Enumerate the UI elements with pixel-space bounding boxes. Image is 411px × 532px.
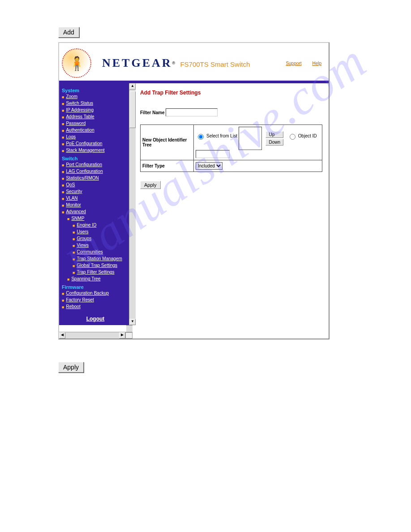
sidebar-item-label: Authentication [66,128,94,133]
bullet-icon: ■ [62,176,64,182]
sidebar-item-poe-configuration[interactable]: ■PoE Configuration [62,141,129,147]
bullet-icon: ■ [73,263,75,269]
top-links: Support Help [286,61,324,66]
sidebar-item-port-configuration[interactable]: ■Port Configuration [62,162,129,168]
page-title: Add Trap Filter Settings [140,90,322,96]
sidebar-item-vlan[interactable]: ■VLAN [62,196,129,202]
bullet-icon: ■ [73,249,75,256]
down-button[interactable]: Down [265,139,283,146]
scroll-corner [125,332,133,339]
bullet-icon: ■ [62,134,64,141]
bullet-icon: ■ [62,107,64,114]
sidebar-item-label: IP Addressing [66,107,94,112]
object-identifier-controls: Select from List Up Down Object ID [194,125,322,160]
sidebar-item-address-table[interactable]: ■Address Table [62,114,129,120]
scroll-track[interactable] [129,128,136,319]
filter-type-select[interactable]: Included [196,162,223,170]
sidebar-item-logs[interactable]: ■Logs [62,134,129,141]
sidebar-item-label: Port Configuration [66,162,102,167]
main-panel: Add Trap Filter Settings Filter Name New… [136,83,329,325]
sidebar-item-advanced[interactable]: ■Advanced [62,209,129,215]
bullet-icon: ■ [73,243,75,249]
up-button[interactable]: Up [265,131,283,138]
filter-type-cell: Included [194,160,322,172]
scroll-left-icon[interactable]: ◀ [59,332,65,339]
sidebar-item-label: Engine ID [77,223,96,227]
sidebar-item-snmp[interactable]: ■SNMP [67,216,129,222]
sidebar-item-label: Zoom [66,94,77,99]
scroll-thumb[interactable] [129,91,136,128]
sidebar-item-reboot[interactable]: ■Reboot [62,304,129,310]
filter-type-row: Filter Type Included [141,160,322,172]
sidebar-item-qos[interactable]: ■QoS [62,182,129,189]
radio-select-from-list[interactable] [198,134,204,140]
sidebar-item-trap-filter-settings[interactable]: ■Trap Filter Settings [73,270,129,276]
bullet-icon: ■ [73,256,75,262]
sidebar-item-label: Reboot [66,304,80,309]
sidebar-item-views[interactable]: ■Views [73,243,129,249]
scroll-track-h[interactable] [65,332,119,339]
bullet-icon: ■ [62,128,64,134]
sidebar-item-label: Switch Status [66,101,93,106]
scroll-right-icon[interactable]: ▶ [119,332,125,339]
sidebar-item-global-trap-settings[interactable]: ■Global Trap Settings [73,263,129,269]
sidebar-item-statistics-rmon[interactable]: ■Statistics/RMON [62,176,129,182]
sidebar-item-switch-status[interactable]: ■Switch Status [62,101,129,107]
sidebar-item-zoom[interactable]: ■Zoom [62,94,129,100]
sidebar-item-password[interactable]: ■Password [62,121,129,127]
sidebar-item-ip-addressing[interactable]: ■IP Addressing [62,107,129,114]
sidebar-vertical-scrollbar[interactable]: ▲ ▼ [129,83,136,325]
sidebar-item-spanning-tree[interactable]: ■Spanning Tree [67,276,129,283]
sidebar-item-label: VLAN [66,196,77,201]
bullet-icon: ■ [62,148,64,154]
sidebar-item-engine-id[interactable]: ■Engine ID [73,223,129,229]
sidebar-item-users[interactable]: ■Users [73,229,129,236]
filter-name-row: Filter Name [140,108,322,116]
brand-block: NETGEAR® FS700TS Smart Switch [102,56,250,70]
bullet-icon: ■ [62,297,64,304]
radio-select-from-list-wrap[interactable]: Select from List [196,133,237,140]
bullet-icon: ■ [62,304,64,310]
sidebar-item-label: Advanced [66,209,86,214]
bullet-icon: ■ [67,216,69,222]
radio-object-id[interactable] [290,134,295,140]
sidebar-item-factory-reset[interactable]: ■Factory Reset [62,297,129,304]
radio-object-id-wrap[interactable]: Object ID [287,133,317,140]
scroll-up-icon[interactable]: ▲ [129,83,136,90]
sidebar-item-groups[interactable]: ■Groups [73,236,129,242]
object-id-input[interactable] [196,150,230,158]
filter-name-input[interactable] [166,108,218,116]
sidebar-item-configuration-backup[interactable]: ■Configuration Backup [62,291,129,297]
sidebar-item-security[interactable]: ■Security [62,189,129,195]
oid-listbox[interactable] [239,127,262,150]
bullet-icon: ■ [73,236,75,242]
object-identifier-label: New Object Identifier Tree [141,125,194,160]
bullet-icon: ■ [62,114,64,120]
sidebar-item-communities[interactable]: ■Communities [73,249,129,256]
bullet-icon: ■ [62,101,64,107]
bullet-icon: ■ [73,223,75,229]
bullet-icon: ■ [73,229,75,236]
config-table: New Object Identifier Tree Select from L… [140,124,322,172]
bullet-icon: ■ [62,169,64,175]
sidebar-item-label: QoS [66,182,75,187]
sidebar-item-label: Communities [77,249,103,254]
sidebar-item-trap-station-management[interactable]: ■Trap Station Managem [73,256,129,262]
sidebar-item-monitor[interactable]: ■Monitor [62,202,129,209]
scroll-down-icon[interactable]: ▼ [129,319,136,325]
logout-link[interactable]: Logout [62,316,129,322]
sidebar-item-lag-configuration[interactable]: ■LAG Configuration [62,169,129,175]
sidebar-horizontal-scrollbar[interactable]: ◀ ▶ [59,332,133,339]
sidebar-section-firmware: Firmware [62,284,129,290]
support-link[interactable]: Support [286,61,301,66]
sidebar-item-authentication[interactable]: ■Authentication [62,128,129,134]
sidebar-item-label: Global Trap Settings [77,263,117,268]
radio-select-label: Select from List [206,133,237,138]
help-link[interactable]: Help [312,61,321,66]
add-button[interactable]: Add [58,27,79,38]
sidebar-item-stack-management[interactable]: ■Stack Management [62,148,129,154]
filter-name-label: Filter Name [140,110,164,115]
apply-button[interactable]: Apply [58,362,84,373]
apply-inner-button[interactable]: Apply [140,181,161,189]
bullet-icon: ■ [62,196,64,202]
